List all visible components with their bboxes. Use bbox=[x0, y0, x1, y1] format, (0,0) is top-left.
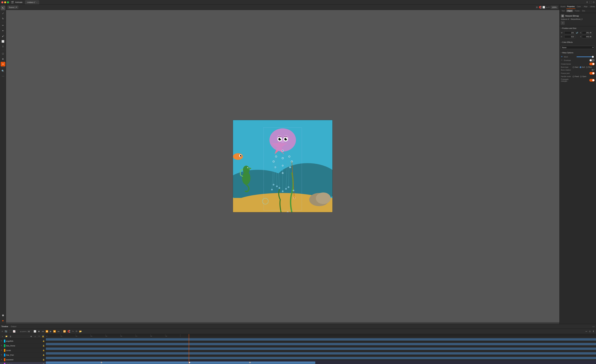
timeline-tracks[interactable]: 1s 2s 3s 4s 5s 6s 7s 8s 9s bbox=[46, 334, 596, 364]
grid-icon[interactable]: ⊞ bbox=[536, 6, 538, 8]
create-bones-toggle[interactable] bbox=[589, 63, 595, 65]
zoom-selector[interactable]: 100% bbox=[551, 6, 558, 9]
track-seaweed[interactable] bbox=[46, 356, 596, 360]
paint-tool[interactable]: 🖌 bbox=[1, 34, 5, 38]
track-starfish[interactable] bbox=[46, 351, 596, 356]
share-icon[interactable]: ⬆ bbox=[586, 1, 588, 3]
close-button[interactable] bbox=[1, 1, 3, 3]
handle-open-radio[interactable] bbox=[580, 76, 582, 77]
snap-icon[interactable]: 🧲 bbox=[539, 6, 541, 8]
timeline-tab[interactable]: Timeline bbox=[1, 326, 8, 328]
layer-angelfish[interactable]: ≡ angelfish 🔒 bbox=[0, 339, 45, 343]
layer-lock-seaweed[interactable]: 🔓 bbox=[43, 359, 45, 361]
freeze-joint-toggle[interactable] bbox=[589, 72, 595, 75]
zoom-up-icon[interactable]: ▲ bbox=[546, 6, 548, 8]
asset-tool[interactable]: ⬣ bbox=[1, 313, 5, 318]
layer-corals[interactable]: ≡ corals 🔓 bbox=[0, 348, 45, 353]
add-folder-button[interactable]: 📁 bbox=[5, 335, 8, 338]
height-input[interactable] bbox=[564, 35, 575, 38]
tl-ease-icon[interactable]: 〜 bbox=[72, 330, 74, 333]
rotate-tool[interactable]: ↻ bbox=[1, 16, 5, 21]
color-effects-dropdown[interactable]: None ▾ bbox=[561, 46, 595, 49]
layer-lock-seahorse[interactable]: 🔓 bbox=[43, 345, 45, 347]
y-input[interactable] bbox=[582, 35, 593, 38]
pencil-tool[interactable]: ✏ bbox=[1, 23, 5, 28]
fullscreen-icon[interactable]: ⛶ bbox=[589, 1, 591, 3]
section-color-effects[interactable]: ▾ Color Effects bbox=[559, 40, 596, 44]
subtab-tool[interactable]: Tool bbox=[561, 10, 566, 12]
mesh-eye-icon[interactable]: 👁 bbox=[561, 56, 563, 58]
layer-lock-corals[interactable]: 🔓 bbox=[43, 349, 45, 351]
pen-tool[interactable]: ✒ bbox=[1, 29, 5, 33]
tl-record-icon[interactable]: ⏺ bbox=[37, 330, 40, 333]
tab-assets[interactable]: Assets bbox=[559, 5, 566, 9]
add-layer-button[interactable]: + bbox=[1, 335, 4, 338]
timeline-collapse-button[interactable]: — bbox=[592, 325, 595, 328]
envelope-eye-icon[interactable]: 👁 bbox=[561, 59, 563, 61]
bone-hard-radio[interactable] bbox=[573, 66, 574, 68]
handle-fixed[interactable]: Fixed bbox=[573, 76, 579, 77]
layer-lock-jellyfish[interactable]: 🔓 bbox=[43, 363, 45, 364]
view-icon[interactable]: ⬜ bbox=[543, 6, 545, 8]
tl-next-icon[interactable]: ⏭ bbox=[57, 330, 60, 333]
track-seahorse[interactable] bbox=[46, 342, 596, 346]
tl-expand-icon[interactable]: ⬆ bbox=[592, 330, 595, 333]
bone-flexi-radio[interactable] bbox=[586, 66, 588, 68]
subselection-tool[interactable]: ⤢ bbox=[1, 11, 5, 16]
lock-all-button[interactable]: 🔒 bbox=[42, 335, 45, 338]
zoom-tool[interactable]: 🔍 bbox=[1, 69, 5, 73]
bone-type-soft[interactable]: Soft bbox=[580, 66, 585, 68]
layer-lock-angelfish[interactable]: 🔒 bbox=[43, 340, 45, 342]
bone-type-flexi[interactable]: Flexi bbox=[586, 66, 592, 68]
tl-prev-icon[interactable]: ⏮ bbox=[41, 330, 44, 333]
shape-tool[interactable]: ⬜ bbox=[1, 39, 5, 44]
track-jellyfish[interactable] bbox=[46, 360, 596, 364]
bone-tool[interactable]: ✦ bbox=[1, 62, 5, 66]
subtab-object[interactable]: Object bbox=[566, 10, 573, 12]
envelope-toggle[interactable] bbox=[589, 59, 595, 62]
layer-seaweed[interactable]: ≡ seaweed 🔓 bbox=[0, 357, 45, 362]
tl-snap-icon[interactable]: 🧲 bbox=[67, 330, 71, 333]
gradient-tool[interactable]: ◈ bbox=[1, 57, 5, 61]
tab-align[interactable]: Align bbox=[582, 5, 589, 9]
tl-graph-icon[interactable]: 📈 bbox=[13, 330, 16, 333]
track-angelfish[interactable] bbox=[46, 337, 596, 342]
delete-layer-button[interactable]: 🗑 bbox=[9, 335, 12, 338]
tl-undo-icon[interactable]: ↩ bbox=[585, 330, 588, 333]
tl-step-fwd-icon[interactable]: ⏩ bbox=[53, 330, 56, 333]
scene-selector[interactable]: Scene 1 ▾ bbox=[8, 6, 18, 9]
tl-tree-icon[interactable]: ⛶ bbox=[9, 330, 11, 333]
bone-soft-radio[interactable] bbox=[580, 66, 581, 68]
zoom-down-icon[interactable]: ▼ bbox=[548, 6, 550, 8]
eraser-tool[interactable]: ◻ bbox=[1, 51, 5, 56]
layer-jellyfish[interactable]: ≡ jellyfish 🔓 bbox=[0, 362, 45, 364]
envelope-toggle-switch[interactable] bbox=[589, 59, 595, 62]
propagate-changes-toggle[interactable] bbox=[589, 79, 595, 81]
bone-type-hard[interactable]: Hard bbox=[573, 66, 578, 68]
tl-stack-icon[interactable]: ≡ bbox=[1, 330, 3, 333]
layer-sea-horse[interactable]: ≡ Sea_Horse 🔓 bbox=[0, 343, 45, 348]
text-tool[interactable]: T bbox=[1, 44, 5, 49]
section-position-size[interactable]: ▾ Position and Size bbox=[559, 26, 596, 30]
handle-fixed-radio[interactable] bbox=[573, 76, 574, 77]
tab-library[interactable]: Library bbox=[589, 5, 596, 9]
minimize-button[interactable] bbox=[4, 1, 6, 3]
section-warp-options[interactable]: ▾ Warp Options bbox=[559, 51, 596, 55]
layer-lock-starfish[interactable]: 🔒 bbox=[43, 354, 45, 356]
document-tab[interactable]: Untitled-1* × bbox=[25, 0, 39, 4]
layer-starfish[interactable]: ≡ Star_Fish 🔒 bbox=[0, 353, 45, 357]
tl-dot-icon[interactable]: ⊙ bbox=[589, 330, 591, 333]
mesh-slider-thumb[interactable] bbox=[592, 56, 594, 58]
motion-button[interactable]: 〜 bbox=[37, 335, 41, 338]
tl-step-back-icon[interactable]: ⏪ bbox=[45, 330, 49, 333]
subtab-doc[interactable]: Doc bbox=[581, 10, 586, 12]
keyframe-button[interactable]: ◆ bbox=[30, 335, 33, 338]
close-tab-icon[interactable]: × bbox=[36, 1, 37, 3]
tab-color[interactable]: Color bbox=[575, 5, 582, 9]
frame-options-button[interactable]: ≡ bbox=[34, 335, 37, 338]
tl-stop-icon[interactable]: ⬜ bbox=[33, 330, 37, 333]
tl-folder-icon[interactable]: 📂 bbox=[79, 330, 82, 333]
handle-open[interactable]: Open bbox=[580, 76, 586, 77]
tl-play-icon[interactable]: ▶ bbox=[50, 330, 52, 333]
canvas-container[interactable] bbox=[6, 10, 559, 322]
